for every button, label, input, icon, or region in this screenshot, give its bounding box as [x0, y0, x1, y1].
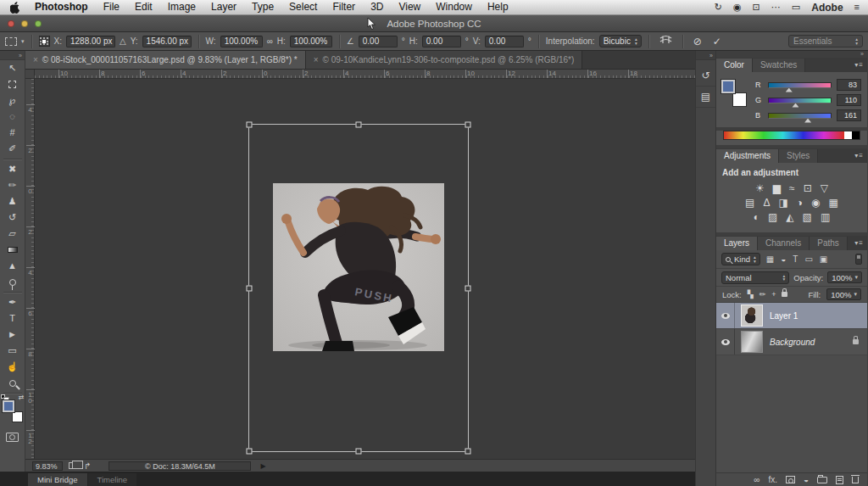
color-balance-icon[interactable]: Δ	[763, 198, 770, 209]
add-layer-mask-icon[interactable]	[786, 476, 795, 483]
transform-handle-n[interactable]	[356, 122, 362, 128]
lock-position-icon[interactable]: +	[771, 290, 776, 299]
path-selection-tool[interactable]: ►	[1, 327, 25, 343]
x-position-field[interactable]: 1288.00 px	[66, 36, 115, 47]
slider-thumb[interactable]	[804, 119, 811, 123]
layer-thumbnail[interactable]	[741, 331, 763, 353]
type-tool[interactable]: T	[1, 310, 25, 327]
ruler-origin-corner[interactable]	[25, 70, 35, 79]
filter-shape-layers-icon[interactable]: ▭	[804, 254, 812, 264]
adobe-label[interactable]: Adobe	[811, 2, 843, 14]
white-swatch[interactable]	[844, 131, 852, 139]
document-tab-1[interactable]: ×© 08-iStock_000011057163Large.psd @ 9.8…	[25, 51, 306, 69]
black-white-icon[interactable]: ◨	[778, 198, 787, 209]
panel-menu-icon[interactable]: ▾≡	[854, 61, 864, 69]
layer-thumbnail[interactable]	[741, 304, 763, 327]
visibility-toggle[interactable]	[716, 303, 735, 328]
default-colors-icon[interactable]	[1, 394, 5, 399]
opacity-field[interactable]: 100% ▾	[827, 271, 862, 283]
zoom-window-button[interactable]	[35, 20, 42, 27]
menu-select[interactable]: Select	[281, 0, 325, 14]
spectrum-gradient[interactable]	[724, 131, 844, 139]
menu-layer[interactable]: Layer	[203, 0, 244, 14]
menu-filter[interactable]: Filter	[325, 0, 363, 14]
tab-color[interactable]: Color	[716, 59, 753, 72]
menu-list-icon[interactable]: ≡	[854, 0, 860, 14]
menu-photoshop[interactable]: Photoshop	[27, 0, 96, 14]
filter-pixel-layers-icon[interactable]: ▦	[766, 254, 774, 264]
swap-colors-icon[interactable]: ⇄	[19, 394, 25, 401]
window-title-bar[interactable]: Adobe Photoshop CC	[0, 15, 868, 32]
transform-tool-icon[interactable]	[5, 37, 17, 46]
warp-mode-icon[interactable]	[656, 35, 676, 47]
collapse-panels-icon[interactable]: »	[716, 51, 867, 58]
background-color-swatch[interactable]	[12, 411, 23, 422]
canvas-area[interactable]: 108642024681012141618 42024681012	[25, 70, 695, 459]
document-size-info[interactable]: © Doc: 18.3M/64.5M	[108, 461, 251, 471]
foreground-color-swatch[interactable]	[721, 80, 735, 93]
menu-type[interactable]: Type	[244, 0, 281, 14]
bottom-tab-mini-bridge[interactable]: Mini Bridge	[28, 473, 87, 486]
new-adjustment-layer-icon[interactable]: ◒	[804, 476, 809, 484]
filter-smart-objects-icon[interactable]: ▣	[820, 254, 827, 264]
transform-handle-s[interactable]	[356, 449, 362, 455]
display-icon[interactable]: ▭	[792, 0, 800, 14]
layer-row-background[interactable]: Background	[716, 329, 867, 355]
lock-all-icon[interactable]	[782, 292, 787, 297]
tab-layers[interactable]: Layers	[716, 237, 758, 250]
apple-logo-icon[interactable]	[10, 2, 22, 14]
v-skew-field[interactable]: 0.00	[485, 36, 524, 47]
delete-layer-icon[interactable]	[852, 477, 859, 483]
relative-position-icon[interactable]: △	[120, 36, 126, 46]
menu-view[interactable]: View	[391, 0, 428, 14]
visibility-toggle[interactable]	[716, 329, 735, 355]
channel-mixer-icon[interactable]: ◉	[811, 198, 820, 209]
minimize-window-button[interactable]	[21, 20, 28, 27]
y-position-field[interactable]: 1546.00 px	[142, 36, 192, 47]
foreground-color-swatch[interactable]	[3, 400, 14, 412]
menu-window[interactable]: Window	[428, 0, 480, 14]
pen-tool[interactable]: ✒	[1, 294, 25, 310]
menu-edit[interactable]: Edit	[127, 0, 160, 14]
rectangle-tool[interactable]: ▭	[1, 343, 25, 359]
document-tab-2[interactable]: ×© 09-10KandiceLynn19-306-to-composite.p…	[306, 51, 583, 69]
properties-panel-button[interactable]: ▤	[696, 87, 715, 108]
vibrance-icon[interactable]: ▽	[821, 183, 828, 194]
gradient-tool[interactable]	[1, 242, 25, 258]
selective-color-icon[interactable]: ▧	[803, 212, 812, 223]
height-field[interactable]: 100.00%	[290, 36, 332, 47]
channel-value-field[interactable]: 83	[837, 79, 861, 91]
slider-thumb[interactable]	[792, 103, 798, 108]
hue-saturation-icon[interactable]: ▤	[745, 198, 754, 209]
more-icon[interactable]: ⋯	[771, 0, 781, 14]
expand-dock-icon[interactable]: »	[696, 51, 715, 60]
exposure-icon[interactable]: ⊡	[804, 183, 812, 194]
menu-file[interactable]: File	[96, 0, 127, 14]
creative-cloud-icon[interactable]: ◉	[733, 0, 742, 14]
history-panel-button[interactable]: ↺	[696, 65, 715, 87]
crop-tool[interactable]: #	[1, 125, 25, 141]
layer-image-woman-lunging[interactable]: PUSH	[273, 183, 444, 351]
channel-value-field[interactable]: 161	[837, 109, 861, 121]
screen-share-icon[interactable]: ⊡	[753, 0, 760, 14]
transform-handle-e[interactable]	[465, 285, 471, 291]
menu-help[interactable]: Help	[480, 0, 516, 14]
quick-mask-mode-button[interactable]	[6, 433, 19, 442]
tab-channels[interactable]: Channels	[758, 237, 810, 250]
collapse-tools-icon[interactable]: »	[0, 51, 25, 60]
brightness-contrast-icon[interactable]: ☀	[755, 183, 765, 194]
close-tab-icon[interactable]: ×	[33, 55, 38, 64]
doc-size-icon[interactable]	[69, 462, 78, 469]
filter-toggle-switch[interactable]	[855, 254, 862, 265]
transform-handle-w[interactable]	[247, 285, 253, 291]
channel-value-field[interactable]: 110	[837, 94, 861, 106]
hand-tool[interactable]: ☝	[1, 359, 25, 375]
layer-effects-icon[interactable]: fx.	[768, 476, 777, 484]
lock-pixels-icon[interactable]: ✏	[760, 290, 766, 299]
rotation-field[interactable]: 0.00	[359, 36, 398, 47]
blend-mode-dropdown[interactable]: Normal ▴▾	[721, 271, 789, 284]
zoom-level-field[interactable]: 9.83%	[32, 461, 63, 471]
tab-styles[interactable]: Styles	[779, 149, 818, 163]
color-spectrum-ramp[interactable]	[723, 131, 860, 140]
panel-menu-icon[interactable]: ▾≡	[854, 239, 864, 247]
